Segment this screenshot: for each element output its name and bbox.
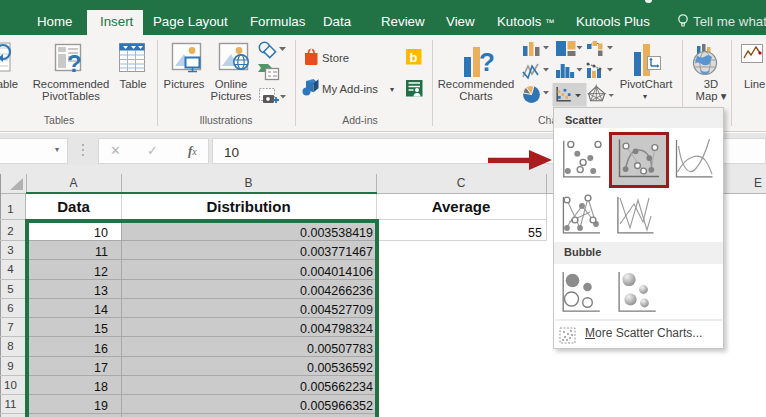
svg-text:?: ? [67,50,82,77]
svg-text:?: ? [479,47,495,77]
svg-text:b: b [410,50,418,65]
svg-text:Bubble: Bubble [564,246,601,258]
